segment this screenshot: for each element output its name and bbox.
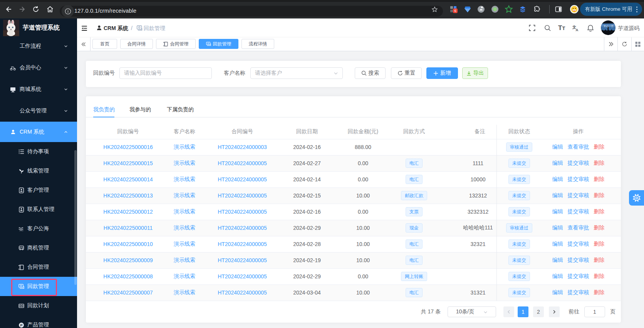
svg-text:A: A: [576, 28, 579, 32]
svg-text:文心一言: 文心一言: [604, 25, 614, 28]
svg-text:P: P: [20, 323, 22, 327]
svg-text:6: 6: [454, 9, 456, 13]
